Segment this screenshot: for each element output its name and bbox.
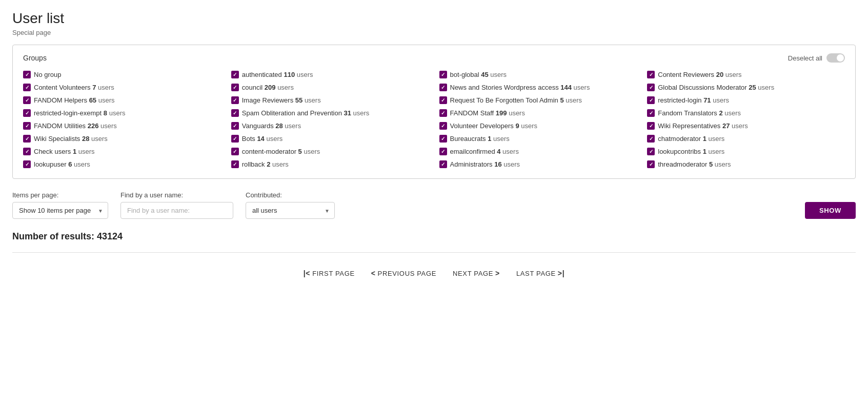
group-users-label: users [276,84,294,91]
group-name: Wiki Specialists 28 users [34,135,108,143]
group-users-label: users [72,160,90,168]
group-count: 199 [496,109,507,117]
group-users-label: users [706,135,724,143]
previous-page-link[interactable]: < PREVIOUS PAGE [371,269,436,277]
group-item: Content Reviewers 20 users [647,71,845,78]
group-checkbox[interactable] [647,96,655,104]
items-per-page-group: Items per page: Show 10 items per page S… [12,191,108,219]
group-count: 5 [560,96,563,104]
group-name: restricted-login-exempt 8 users [34,109,125,117]
group-checkbox[interactable] [231,135,239,143]
group-users-label: users [564,96,582,104]
group-item: FANDOM Staff 199 users [439,109,637,117]
group-checkbox[interactable] [23,160,31,168]
group-checkbox[interactable] [439,160,447,168]
find-username-input[interactable] [120,202,233,219]
group-checkbox[interactable] [231,122,239,130]
group-item: authenticated 110 users [231,71,429,78]
group-name: Content Reviewers 20 users [658,71,741,78]
group-checkbox[interactable] [647,148,655,155]
last-page-link[interactable]: LAST PAGE >| [516,269,564,277]
group-checkbox[interactable] [23,148,31,155]
deselect-all[interactable]: Deselect all [788,53,845,63]
group-name: Request To Be Forgotten Tool Admin 5 use… [450,96,582,104]
group-item: threadmoderator 5 users [647,160,845,168]
group-name: FANDOM Helpers 65 users [34,96,115,104]
last-page-label: LAST PAGE [516,270,556,277]
group-count: 55 [295,96,302,104]
group-checkbox[interactable] [647,71,655,78]
group-users-label: users [756,84,774,91]
group-checkbox[interactable] [647,84,655,91]
group-checkbox[interactable] [439,96,447,104]
group-item: Check users 1 users [23,148,221,155]
group-name: Bureaucrats 1 users [450,135,510,143]
group-checkbox[interactable] [231,71,239,78]
next-page-link[interactable]: NEXT PAGE > [453,269,500,277]
group-checkbox[interactable] [23,135,31,143]
group-item: FANDOM Helpers 65 users [23,96,221,104]
previous-page-label: PREVIOUS PAGE [378,270,436,277]
group-users-label: users [730,122,748,130]
group-checkbox[interactable] [23,71,31,78]
group-checkbox[interactable] [647,122,655,130]
group-users-label: users [98,122,116,130]
group-users-label: users [572,84,590,91]
group-users-label: users [295,71,313,78]
group-item: Global Discussions Moderator 25 users [647,84,845,91]
group-users-label: users [89,135,107,143]
group-checkbox[interactable] [23,122,31,130]
group-name: No group [34,71,61,78]
group-name: authenticated 110 users [242,71,313,78]
group-checkbox[interactable] [647,160,655,168]
group-checkbox[interactable] [231,96,239,104]
group-item: Content Volunteers 7 users [23,84,221,91]
group-name: Check users 1 users [34,148,95,155]
group-name: News and Stories Wordpress access 144 us… [450,84,590,91]
show-button[interactable]: SHOW [805,202,856,219]
group-count: 4 [497,148,500,155]
deselect-toggle[interactable] [826,53,845,63]
group-item: Wiki Representatives 27 users [647,122,845,130]
items-per-page-select[interactable]: Show 10 items per page Show 20 items per… [12,202,108,219]
group-count: 16 [494,160,501,168]
group-checkbox[interactable] [439,122,447,130]
group-checkbox[interactable] [439,71,447,78]
group-checkbox[interactable] [231,160,239,168]
group-item: Vanguards 28 users [231,122,429,130]
first-page-link[interactable]: |< FIRST PAGE [304,269,355,277]
group-name: emailconfirmed 4 users [450,148,519,155]
group-checkbox[interactable] [23,109,31,117]
group-count: 226 [88,122,99,130]
deselect-all-label: Deselect all [788,54,822,62]
group-checkbox[interactable] [23,84,31,91]
group-checkbox[interactable] [439,84,447,91]
group-name: threadmoderator 5 users [658,160,731,168]
group-users-label: users [711,96,729,104]
group-checkbox[interactable] [231,109,239,117]
group-checkbox[interactable] [23,96,31,104]
group-users-label: users [96,96,114,104]
group-name: Content Volunteers 7 users [34,84,114,91]
group-checkbox[interactable] [647,109,655,117]
group-checkbox[interactable] [231,148,239,155]
group-item: Volunteer Developers 9 users [439,122,637,130]
group-users-label: users [270,160,288,168]
group-name: Administrators 16 users [450,160,520,168]
group-checkbox[interactable] [647,135,655,143]
group-users-label: users [723,71,741,78]
contributed-label: Contributed: [246,191,335,199]
group-checkbox[interactable] [439,135,447,143]
group-count: 31 [344,109,351,117]
group-item: Administrators 16 users [439,160,637,168]
group-users-label: users [713,160,731,168]
contributed-select[interactable]: all users only contributed users [246,202,335,219]
group-checkbox[interactable] [439,109,447,117]
previous-page-icon: < [371,269,376,277]
group-checkbox[interactable] [439,148,447,155]
groups-label: Groups [23,54,47,62]
group-name: bot-global 45 users [450,71,507,78]
group-count: 144 [560,84,572,91]
group-item: emailconfirmed 4 users [439,148,637,155]
group-checkbox[interactable] [231,84,239,91]
